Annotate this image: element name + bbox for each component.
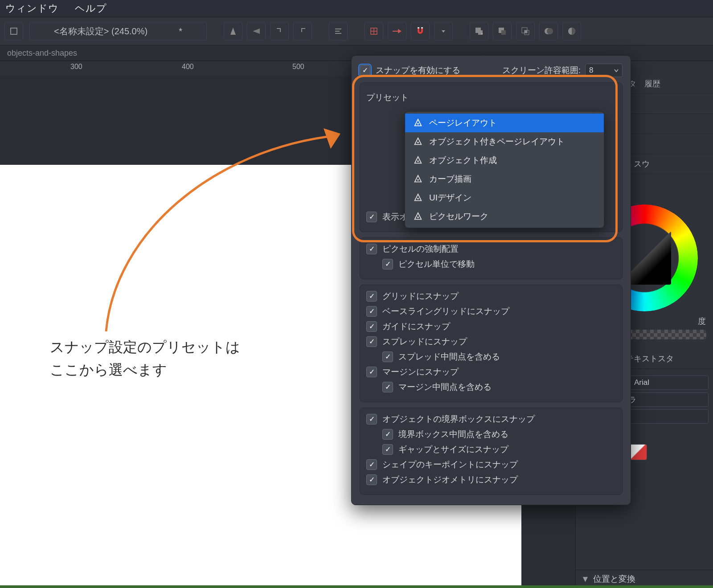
align-button[interactable] bbox=[329, 22, 348, 41]
preset-icon bbox=[413, 174, 423, 184]
preset-item-label: カーブ描画 bbox=[429, 173, 471, 185]
svg-point-21 bbox=[417, 179, 419, 181]
snap-keypoints-label: シェイプのキーポイントにスナップ bbox=[382, 459, 518, 470]
menu-help[interactable]: ヘルプ bbox=[75, 2, 107, 15]
boolean-intersect-button[interactable] bbox=[516, 22, 535, 41]
preset-item-page-layout[interactable]: ページレイアウト bbox=[405, 114, 604, 132]
no-decoration-swatch[interactable] bbox=[628, 444, 647, 460]
snap-keypoints-checkbox[interactable] bbox=[366, 459, 377, 470]
svg-rect-11 bbox=[501, 30, 506, 35]
opacity-label: 度 bbox=[698, 316, 706, 327]
move-by-pixel-checkbox[interactable] bbox=[382, 259, 393, 270]
svg-point-22 bbox=[417, 198, 419, 200]
ruler-mark: 300 bbox=[70, 63, 82, 71]
snap-geometry-checkbox[interactable] bbox=[366, 474, 377, 485]
document-title-text: <名称未設定> (245.0%) bbox=[54, 25, 148, 37]
tolerance-field[interactable]: 8 bbox=[585, 64, 623, 77]
preset-item-label: オブジェクト付きページレイアウト bbox=[429, 136, 565, 147]
spread-mid-checkbox[interactable] bbox=[382, 351, 393, 362]
tolerance-label: スクリーン許容範囲: bbox=[502, 65, 581, 76]
svg-rect-5 bbox=[418, 27, 419, 29]
flip-horizontal-button[interactable] bbox=[224, 22, 242, 41]
boolean-divide-button[interactable] bbox=[562, 22, 581, 41]
preset-item-ui-design[interactable]: UIデザイン bbox=[405, 188, 604, 207]
annotation-text: スナップ設定のプリセットは ここから選べます bbox=[50, 336, 240, 381]
snap-popover: スナップを有効にする スクリーン許容範囲: 8 プリセット ページレイアウト オ… bbox=[351, 55, 631, 505]
svg-point-20 bbox=[417, 160, 419, 162]
preset-item-label: ページレイアウト bbox=[429, 117, 497, 129]
svg-rect-0 bbox=[11, 28, 17, 34]
preset-label: プリセット bbox=[366, 92, 409, 103]
snap-dropdown-button[interactable] bbox=[434, 22, 453, 41]
annotation-line: ここから選べます bbox=[50, 359, 240, 381]
toolbar-button-generic[interactable] bbox=[4, 22, 23, 41]
snap-guides-label: ガイドにスナップ bbox=[382, 321, 450, 332]
margin-mid-checkbox[interactable] bbox=[382, 382, 393, 392]
snap-bbox-checkbox[interactable] bbox=[366, 414, 377, 425]
svg-point-16 bbox=[547, 28, 553, 34]
snap-baseline-checkbox[interactable] bbox=[366, 306, 377, 317]
grid-icon[interactable] bbox=[365, 22, 383, 41]
enable-snap-checkbox[interactable] bbox=[360, 65, 370, 76]
preset-icon bbox=[413, 137, 423, 147]
boolean-subtract-button[interactable] bbox=[493, 22, 512, 41]
annotation-line: スナップ設定のプリセットは bbox=[50, 336, 240, 359]
spread-mid-label: スプレッド中間点を含める bbox=[398, 351, 500, 363]
preset-item-label: UIデザイン bbox=[429, 192, 471, 204]
flip-vertical-button[interactable] bbox=[247, 22, 266, 41]
rotate-ccw-button[interactable] bbox=[270, 22, 289, 41]
preset-icon bbox=[413, 118, 423, 128]
preset-item-curve-drawing[interactable]: カーブ描画 bbox=[405, 170, 604, 188]
font-family-field[interactable]: Arial bbox=[629, 376, 709, 390]
footer-label: 位置と変換 bbox=[593, 573, 635, 585]
snap-magnet-button[interactable] bbox=[411, 22, 430, 41]
menu-bar: ウィンドウ ヘルプ bbox=[0, 0, 713, 17]
preset-dropdown: ページレイアウト オブジェクト付きページレイアウト オブジェクト作成 カーブ描画… bbox=[405, 111, 604, 228]
preset-item-pixel-work[interactable]: ピクセルワーク bbox=[405, 207, 604, 226]
snap-spread-checkbox[interactable] bbox=[366, 336, 377, 347]
tolerance-value: 8 bbox=[589, 66, 593, 75]
snap-baseline-label: ベースライングリッドにスナップ bbox=[382, 306, 509, 317]
preset-item-page-layout-obj[interactable]: オブジェクト付きページレイアウト bbox=[405, 132, 604, 151]
preset-icon bbox=[413, 155, 423, 165]
preset-icon bbox=[413, 193, 423, 203]
bbox-mid-label: 境界ボックス中間点を含める bbox=[398, 429, 508, 440]
tab-history[interactable]: 履歴 bbox=[641, 77, 664, 91]
gaps-checkbox[interactable] bbox=[382, 444, 393, 455]
snap-margin-checkbox[interactable] bbox=[366, 367, 377, 377]
tab-swatches[interactable]: スウ bbox=[629, 157, 654, 171]
force-pixel-checkbox[interactable] bbox=[366, 244, 377, 254]
snap-grid-label: グリッドにスナップ bbox=[382, 290, 459, 302]
svg-text:+: + bbox=[481, 32, 483, 36]
ruler-mark: 500 bbox=[292, 63, 304, 71]
boolean-xor-button[interactable] bbox=[539, 22, 558, 41]
preset-item-object-creation[interactable]: オブジェクト作成 bbox=[405, 151, 604, 170]
svg-rect-14 bbox=[525, 30, 527, 33]
margin-mid-label: マージン中間点を含める bbox=[398, 381, 492, 393]
rotate-cw-button[interactable] bbox=[293, 22, 312, 41]
svg-rect-6 bbox=[421, 27, 423, 29]
preset-icon bbox=[413, 212, 423, 221]
document-tab[interactable]: objects-and-shapes bbox=[0, 45, 84, 61]
bbox-mid-checkbox[interactable] bbox=[382, 429, 393, 440]
document-dirty-indicator: * bbox=[179, 26, 182, 37]
menu-window[interactable]: ウィンドウ bbox=[5, 2, 59, 15]
enable-snap-label: スナップを有効にする bbox=[376, 65, 460, 76]
boolean-add-button[interactable]: + bbox=[470, 22, 488, 41]
gaps-label: ギャップとサイズにスナップ bbox=[398, 444, 508, 455]
snap-margin-label: マージンにスナップ bbox=[382, 366, 459, 378]
toolbar: <名称未設定> (245.0%) * + bbox=[0, 17, 713, 45]
document-title[interactable]: <名称未設定> (245.0%) * bbox=[29, 22, 207, 41]
force-pixel-label: ピクセルの強制配置 bbox=[382, 243, 459, 255]
snap-spread-label: スプレッドにスナップ bbox=[382, 336, 467, 347]
snap-guides-checkbox[interactable] bbox=[366, 321, 377, 332]
svg-point-19 bbox=[417, 142, 419, 143]
snap-grid-checkbox[interactable] bbox=[366, 291, 377, 302]
move-by-pixel-label: ピクセル単位で移動 bbox=[398, 258, 475, 270]
svg-point-18 bbox=[417, 123, 419, 125]
chevron-down-icon: ▼ bbox=[581, 574, 590, 584]
snap-geometry-label: オブジェクトジオメトリにスナップ bbox=[382, 474, 518, 486]
snap-direction-icon[interactable] bbox=[388, 22, 406, 41]
preset-item-label: オブジェクト作成 bbox=[429, 155, 497, 166]
only-visible-checkbox[interactable] bbox=[366, 212, 377, 222]
